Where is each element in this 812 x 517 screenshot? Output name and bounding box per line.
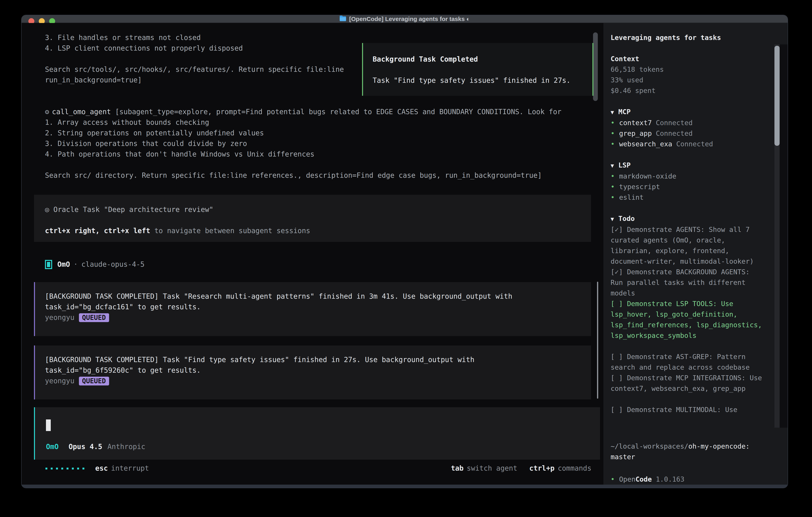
chevron-down-icon: ▼ [611,162,614,169]
text-cursor [46,419,51,431]
status-dot-icon: • [611,183,615,191]
status-bar: ▪▪▪▪▪▪▪▪ esc interrupt tab switch agent … [45,463,591,473]
window-title-text: [OpenCode] Leveraging agents for tasks ◐ [349,16,470,22]
mcp-item: •grep_appConnected [611,128,764,139]
agent-checkbox-icon [45,260,52,269]
queued-status-badge: QUEUED [79,313,109,322]
task-message-line2: task_id="bg_6f59260c" to get results. [45,365,591,376]
blank-line [45,160,591,170]
background-task-message: [BACKGROUND TASK COMPLETED] Task "Resear… [34,282,591,336]
lsp-item: •markdown-oxide [611,171,764,182]
lsp-section-header[interactable]: ▼LSP [611,160,764,171]
status-dot-icon: • [611,119,615,127]
app-version-row: • OpenCode 1.0.163 [611,474,764,485]
lsp-item: •eslint [611,192,764,203]
app-name-prefix: Open [619,474,635,485]
tool-call-line: ⚙call_omo_agent [subagent_type=explore, … [45,107,591,117]
todo-item: [✓] Demonstrate BACKGROUND AGENTS: Run p… [611,267,764,298]
oracle-task-title: ◎ Oracle Task "Deep architecture review" [45,204,591,215]
queued-status-badge: QUEUED [79,377,109,385]
todo-item-active: [ ] Demonstrate LSP TOOLS: Use lsp_hover… [611,298,764,341]
toast-body: Task "Find type safety issues" finished … [373,75,592,86]
input-model-name: Opus 4.5 [68,441,102,452]
mcp-item: •context7Connected [611,117,764,128]
sidebar-scrollbar-thumb[interactable] [775,46,780,146]
terminal-main-pane: 3. File handles or streams not closed 4.… [22,23,603,485]
task-username: yeongyu [45,312,75,323]
terminal-line: 3. File handles or streams not closed [45,32,591,43]
spinner-icon: ▪▪▪▪▪▪▪▪ [45,463,87,473]
nav-hint-text: to navigate between subagent sessions [150,227,310,235]
window-bottom-frame [22,485,788,488]
status-dot-icon: • [611,129,615,137]
status-dot-icon: • [611,172,615,180]
git-branch: master [611,452,764,462]
task-user-row: yeongyu QUEUED [45,376,591,386]
oracle-task-panel: ◎ Oracle Task "Deep architecture review"… [34,195,591,242]
blank-line [611,96,764,107]
session-sidebar: Leveraging agents for tasks Context 66,5… [603,23,788,485]
blank-line [611,203,764,213]
toast-title: Background Task Completed [373,54,592,64]
todo-item: [ ] Demonstrate MCP INTEGRATIONS: Use co… [611,373,764,394]
input-provider-name: Anthropic [108,441,145,452]
context-used: 33% used [611,75,764,85]
subagent-nav-hint: ctrl+x right, ctrl+x left to navigate be… [45,225,591,236]
context-spent: $0.46 spent [611,85,764,96]
agent-separator: · [74,259,78,270]
lsp-item: •typescript [611,182,764,192]
prompt-input[interactable]: OmO Opus 4.5 Anthropic [34,407,600,460]
tab-key-hint: tab [451,463,464,473]
tool-call-list-item: 3. Division operations that could divide… [45,138,591,149]
folder-icon [339,15,346,23]
nav-hint-keys: ctrl+x right, ctrl+x left [45,227,150,235]
titlebar: [OpenCode] Leveraging agents for tasks ◐ [22,15,788,23]
todo-item: [ ] Demonstrate MULTIMODAL: Use [611,404,764,415]
tool-call-args: [subagent_type=explore, prompt=Find pote… [115,108,561,116]
session-title: Leveraging agents for tasks [611,32,764,43]
tool-call-list-item: 4. Path operations that don't handle Win… [45,149,591,160]
task-message-line1: [BACKGROUND TASK COMPLETED] Task "Find t… [45,354,591,365]
tool-call-list-item: 2. String operations on potentially unde… [45,128,591,138]
input-status-row: OmO Opus 4.5 Anthropic [46,441,145,452]
mcp-section-header[interactable]: ▼MCP [611,107,764,117]
mcp-item: •websearch_exaConnected [611,139,764,149]
blank-line [45,96,591,107]
todo-item: [✓] Demonstrate AGENTS: Show all 7 curat… [611,224,764,267]
ctrlp-key-hint: ctrl+p [529,463,554,473]
status-dot-icon: • [611,193,615,201]
tab-key-label: switch agent [467,463,517,473]
blank-line [611,341,764,351]
ctrlp-key-label: commands [558,463,591,473]
context-heading: Context [611,54,764,64]
agent-session-header: OmO · claude-opus-4-5 [45,259,591,270]
window-title: [OpenCode] Leveraging agents for tasks ◐ [339,15,470,23]
chevron-down-icon: ▼ [611,216,614,222]
main-scrollbar-segment[interactable] [597,282,598,399]
oracle-icon: ◎ [45,206,49,214]
task-user-row: yeongyu QUEUED [45,312,591,323]
input-agent-name: OmO [46,441,59,452]
sidebar-scrollbar-track-gap [780,45,788,428]
task-username: yeongyu [45,376,75,386]
status-dot-icon: • [611,474,615,485]
workspace-path: ~/local-workspaces/oh-my-opencode: maste… [611,441,764,462]
status-dot-icon: • [611,140,615,148]
gear-icon: ⚙ [45,108,49,116]
tool-call-tail: Search src/ directory. Return specific f… [45,170,591,181]
task-message-line1: [BACKGROUND TASK COMPLETED] Task "Resear… [45,291,591,302]
main-scrollbar-thumb[interactable] [593,32,598,101]
app-name-bold: Code [635,474,652,485]
context-tokens: 66,518 tokens [611,64,764,75]
blank-line [611,43,764,54]
task-message-line2: task_id="bg_dcfac161" to get results. [45,302,591,312]
esc-key-label: interrupt [111,463,149,473]
terminal-window: [OpenCode] Leveraging agents for tasks ◐… [22,15,788,488]
workspace-repo-name: oh-my-opencode: [688,442,750,450]
toast-notification: Background Task Completed Task "Find typ… [362,43,593,96]
blank-line [45,215,591,225]
chevron-down-icon: ▼ [611,109,614,115]
todo-section-header[interactable]: ▼Todo [611,213,764,224]
background-task-message: [BACKGROUND TASK COMPLETED] Task "Find t… [34,346,591,400]
tool-call-name: call_omo_agent [52,108,111,116]
